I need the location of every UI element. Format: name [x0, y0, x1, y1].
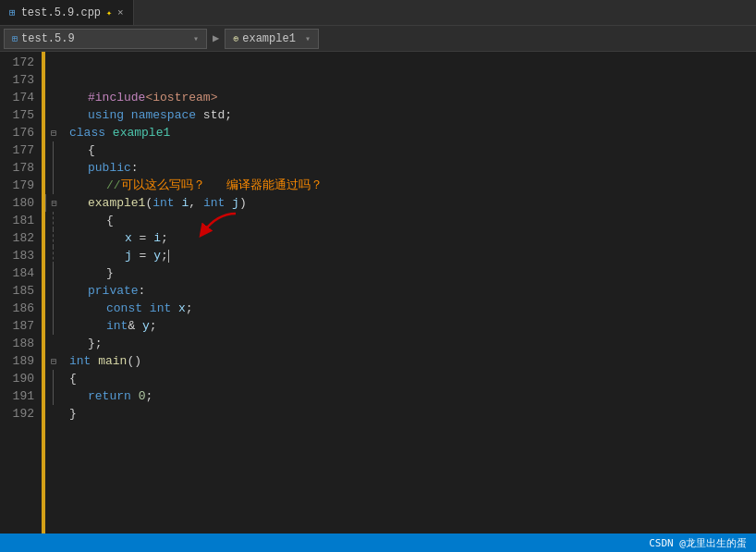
- brace-close-func: }: [106, 264, 114, 282]
- code-line-176: class example1: [69, 124, 756, 141]
- code-line-184: }: [69, 264, 756, 282]
- kw-int2: int: [203, 194, 225, 212]
- code-line-178: public:: [69, 159, 756, 177]
- param-i: i: [181, 194, 189, 212]
- var-y: y: [153, 247, 161, 264]
- code-line-181: {: [69, 212, 756, 229]
- line-num-172: 172: [7, 54, 34, 71]
- fold-181: [53, 212, 62, 229]
- brace-open-main: {: [69, 370, 77, 387]
- line-num-190: 190: [7, 370, 34, 387]
- code-line-185: private:: [69, 282, 756, 300]
- fold-182: [53, 229, 62, 247]
- file-tab[interactable]: ⊞ test.5.9.cpp ✦ ×: [0, 0, 134, 25]
- kw-public: public: [88, 159, 131, 177]
- line-num-183: 183: [7, 247, 34, 264]
- file-tab-label: test.5.9.cpp: [21, 6, 101, 19]
- var-x2: x: [178, 300, 186, 317]
- plain-space2: [105, 124, 113, 141]
- nav-file-icon: ⊞: [12, 33, 18, 44]
- param-j: j: [232, 194, 239, 212]
- code-line-175: using namespace std;: [69, 106, 756, 124]
- code-line-183: j = y;: [69, 247, 756, 264]
- fold-column: ⊟ ⊟ ⊟: [45, 52, 62, 534]
- line-num-173: 173: [7, 71, 34, 89]
- code-line-173: [69, 71, 756, 89]
- code-line-186: const int x;: [69, 300, 756, 317]
- code-content[interactable]: #include<iostream> using namespace std; …: [62, 52, 756, 534]
- fold-191: [53, 387, 62, 405]
- line-num-184: 184: [7, 264, 34, 282]
- kw-private: private: [88, 282, 139, 300]
- line-num-189: 189: [7, 352, 34, 370]
- var-y2: y: [142, 317, 150, 335]
- kw-namespace: namespace: [131, 106, 196, 124]
- preproc-include: #include: [88, 89, 145, 106]
- line-num-179: 179: [7, 177, 34, 194]
- code-line-191: return 0;: [69, 387, 756, 405]
- brace-open-func: {: [106, 212, 114, 229]
- fold-186: [53, 300, 62, 317]
- line-num-181: 181: [7, 212, 34, 229]
- line-num-191: 191: [7, 387, 34, 405]
- code-line-187: int& y;: [69, 317, 756, 335]
- fold-179: [53, 177, 62, 194]
- line-num-182: 182: [7, 229, 34, 247]
- fold-189[interactable]: ⊟: [45, 352, 62, 370]
- brace-open-class: {: [88, 141, 95, 159]
- num-zero: 0: [139, 387, 146, 405]
- class-name: example1: [113, 124, 170, 141]
- code-line-192: }: [69, 405, 756, 423]
- kw-class: class: [69, 124, 105, 141]
- nav-func-icon: ⊕: [233, 33, 238, 44]
- fold-172: [45, 54, 62, 71]
- kw-int1: int: [152, 194, 174, 212]
- kw-const: const: [106, 300, 142, 317]
- fold-180[interactable]: ⊟: [45, 194, 62, 212]
- kw-int5: int: [69, 352, 91, 370]
- plain-std: std;: [196, 106, 232, 124]
- line-num-175: 175: [7, 106, 34, 124]
- code-line-177: {: [69, 141, 756, 159]
- tab-modified-indicator: ✦: [106, 7, 112, 18]
- nav-func-selector[interactable]: ⊕ example1 ▾: [225, 29, 319, 49]
- nav-file-label: test.5.9: [21, 32, 75, 45]
- kw-using: using: [88, 106, 124, 124]
- include-path: <iostream>: [145, 89, 217, 106]
- file-tab-icon: ⊞: [9, 6, 16, 18]
- var-j: j: [125, 247, 132, 264]
- nav-file-selector[interactable]: ⊞ test.5.9 ▾: [4, 29, 207, 49]
- brace-close-main: }: [69, 405, 77, 423]
- var-i: i: [153, 229, 161, 247]
- fold-185: [53, 282, 62, 300]
- line-num-174: 174: [7, 89, 34, 106]
- plain-space: [124, 106, 131, 124]
- nav-func-dropdown-icon: ▾: [305, 33, 311, 44]
- code-editor: 172 173 174 175 176 177 178 179 180 181 …: [0, 52, 756, 534]
- nav-file-dropdown-icon: ▾: [193, 33, 199, 44]
- status-text: CSDN @龙里出生的蛋: [649, 536, 747, 550]
- class-end: };: [88, 335, 103, 352]
- func-main: main: [98, 352, 127, 370]
- fold-174: [45, 89, 62, 106]
- fold-190: [53, 370, 62, 387]
- fold-176[interactable]: ⊟: [45, 124, 62, 141]
- nav-separator: ▶: [207, 31, 225, 45]
- line-num-192: 192: [7, 405, 34, 423]
- comment-can-write: //: [106, 177, 121, 194]
- comment-chinese: 可以这么写吗？ 编译器能通过吗？: [121, 177, 323, 194]
- tab-close-button[interactable]: ×: [117, 7, 124, 18]
- text-cursor: [168, 250, 169, 263]
- fold-192: [45, 405, 62, 423]
- code-line-180: example1(int i, int j): [69, 194, 756, 212]
- fold-175: [45, 106, 62, 124]
- code-line-172: [69, 54, 756, 71]
- line-num-180: 180: [7, 194, 34, 212]
- func-constructor: example1: [88, 194, 145, 212]
- line-num-188: 188: [7, 335, 34, 352]
- line-num-178: 178: [7, 159, 34, 177]
- line-num-186: 186: [7, 300, 34, 317]
- var-x: x: [125, 229, 132, 247]
- status-bar: CSDN @龙里出生的蛋: [0, 534, 756, 552]
- kw-return: return: [88, 387, 131, 405]
